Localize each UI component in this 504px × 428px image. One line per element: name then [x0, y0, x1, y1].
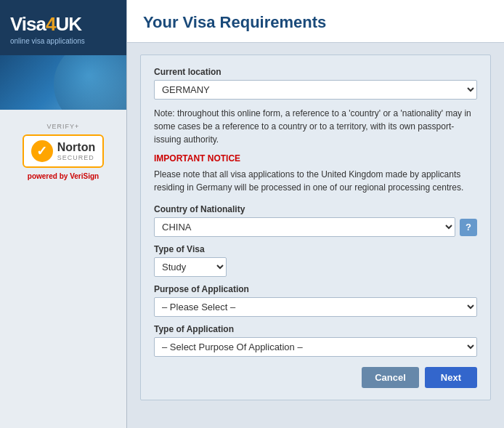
visa-type-field: Type of Visa Study Work Tourist [154, 244, 477, 277]
powered-by: powered by VeriSign [28, 172, 99, 180]
form-panel: Current location GERMANY FRANCE UNITED K… [140, 54, 491, 400]
current-location-select[interactable]: GERMANY FRANCE UNITED KINGDOM [154, 80, 477, 100]
logo-tagline: online visa applications [10, 37, 85, 45]
current-location-field: Current location GERMANY FRANCE UNITED K… [154, 67, 477, 100]
norton-checkmark-icon: ✓ [31, 140, 53, 162]
visa-type-select[interactable]: Study Work Tourist [154, 257, 227, 277]
globe-icon [54, 55, 126, 110]
verisign-label: VeriSign [70, 172, 99, 180]
content-area: Current location GERMANY FRANCE UNITED K… [127, 43, 504, 428]
app-type-select[interactable]: – Select Purpose Of Application – New Ap… [154, 337, 477, 357]
nationality-label: Country of Nationality [154, 204, 477, 214]
norton-name: Norton [57, 141, 95, 154]
norton-verify-label: VERIFY+ [47, 123, 80, 130]
purpose-field: Purpose of Application – Please Select –… [154, 284, 477, 317]
next-button[interactable]: Next [425, 367, 477, 388]
logo-visa-text: Visa [10, 13, 46, 35]
norton-area: VERIFY+ ✓ Norton SECURED powered by Veri… [15, 110, 111, 187]
note-text: Note: throughout this online form, a ref… [154, 107, 477, 146]
norton-badge: ✓ Norton SECURED [23, 134, 104, 168]
nationality-help-button[interactable]: ? [460, 219, 477, 236]
cancel-button[interactable]: Cancel [362, 367, 419, 388]
logo: Visa4UK [10, 13, 81, 36]
sidebar: Visa4UK online visa applications VERIFY+… [0, 0, 127, 428]
powered-by-label: powered by [28, 172, 68, 180]
purpose-select[interactable]: – Please Select – Student Short-term Stu… [154, 297, 477, 317]
norton-secured-label: SECURED [57, 154, 95, 161]
app-type-label: Type of Application [154, 324, 477, 334]
logo-four: 4 [46, 13, 55, 35]
nationality-select[interactable]: CHINA INDIA PAKISTAN [154, 217, 455, 237]
page-title: Your Visa Requirements [143, 13, 488, 32]
purpose-label: Purpose of Application [154, 284, 477, 294]
button-row: Cancel Next [154, 367, 477, 388]
globe-area [0, 55, 126, 110]
logo-uk: UK [55, 13, 81, 35]
norton-text: Norton SECURED [57, 141, 95, 161]
nationality-row: CHINA INDIA PAKISTAN ? [154, 217, 477, 237]
current-location-label: Current location [154, 67, 477, 77]
nationality-field: Country of Nationality CHINA INDIA PAKIS… [154, 204, 477, 237]
notice-text: Please note that all visa applications t… [154, 168, 477, 194]
logo-area: Visa4UK online visa applications [0, 0, 126, 55]
important-notice-label: IMPORTANT NOTICE [154, 153, 477, 163]
header: Your Visa Requirements [127, 0, 504, 43]
app-type-field: Type of Application – Select Purpose Of … [154, 324, 477, 357]
visa-type-label: Type of Visa [154, 244, 477, 254]
main-area: Your Visa Requirements Current location … [127, 0, 504, 428]
